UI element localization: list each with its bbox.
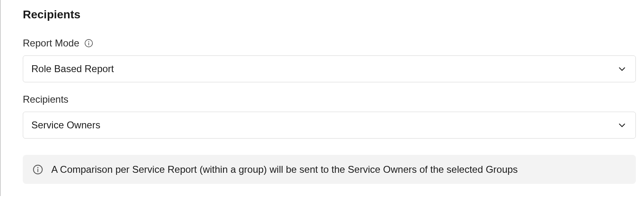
info-icon xyxy=(33,164,43,175)
report-mode-label-row: Report Mode xyxy=(23,37,636,49)
section-title: Recipients xyxy=(23,8,636,21)
recipients-label: Recipients xyxy=(23,94,68,105)
svg-point-5 xyxy=(37,167,39,168)
chevron-down-icon xyxy=(618,121,626,130)
recipients-value: Service Owners xyxy=(31,119,100,131)
svg-point-2 xyxy=(88,41,89,42)
recipients-section: Recipients Report Mode Role Based Report xyxy=(0,0,644,196)
report-mode-field-group: Report Mode Role Based Report xyxy=(23,37,636,82)
recipients-field-group: Recipients Service Owners xyxy=(23,94,636,139)
report-mode-label: Report Mode xyxy=(23,37,79,49)
info-icon[interactable] xyxy=(84,39,93,48)
recipients-select[interactable]: Service Owners xyxy=(23,112,636,139)
info-banner-text: A Comparison per Service Report (within … xyxy=(51,163,518,176)
report-mode-value: Role Based Report xyxy=(31,63,114,75)
chevron-down-icon xyxy=(618,64,626,73)
recipients-label-row: Recipients xyxy=(23,94,636,105)
report-mode-select[interactable]: Role Based Report xyxy=(23,55,636,82)
info-banner: A Comparison per Service Report (within … xyxy=(23,155,636,184)
